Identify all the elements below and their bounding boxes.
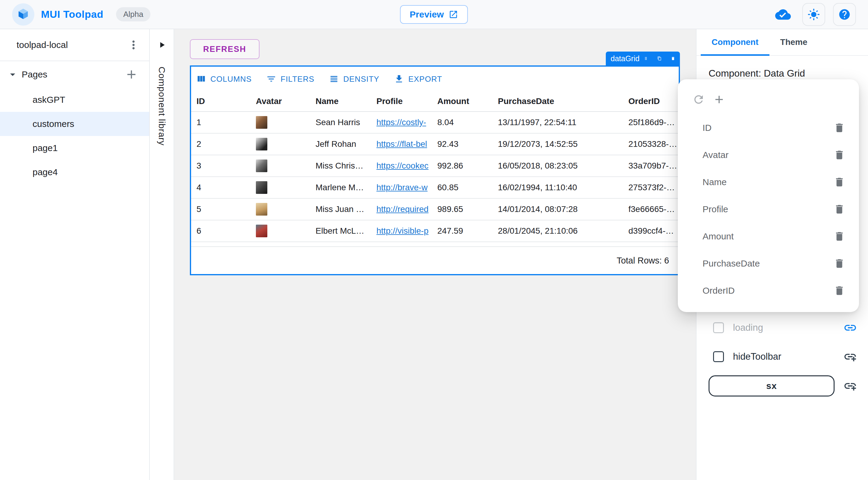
cell-amount: 989.65 [432, 199, 493, 220]
column-editor-row-name[interactable]: Name [678, 169, 859, 196]
table-row[interactable]: 3Miss Chris…https://cookec992.8616/05/20… [191, 155, 679, 177]
delete-column-icon[interactable] [834, 285, 845, 296]
table-row[interactable]: 5Miss Juan …http://required989.6514/01/2… [191, 199, 679, 220]
table-row[interactable]: 2Jeff Rohanhttps://flat-bel92.4319/12/20… [191, 133, 679, 155]
preview-button[interactable]: Preview [400, 5, 468, 24]
column-header-avatar[interactable]: Avatar [250, 91, 310, 111]
data-grid-component[interactable]: COLUMNSFILTERSDENSITYEXPORT IDAvatarName… [190, 65, 680, 275]
hide-toolbar-checkbox[interactable] [713, 351, 724, 362]
column-editor-row-orderid[interactable]: OrderID [678, 277, 859, 304]
cell-avatar [250, 155, 310, 176]
inspector-heading: Component: Data Grid [709, 68, 868, 79]
brightness-icon [807, 8, 820, 21]
column-name-label: PurchaseDate [703, 259, 760, 269]
profile-link[interactable]: http://required [376, 204, 429, 214]
delete-column-icon[interactable] [834, 231, 845, 242]
column-editor-row-avatar[interactable]: Avatar [678, 142, 859, 169]
column-header-orderid[interactable]: OrderID [623, 91, 679, 111]
column-editor-row-amount[interactable]: Amount [678, 223, 859, 250]
cell-amount: 8.04 [432, 112, 493, 133]
grid-toolbar-export-button[interactable]: EXPORT [394, 74, 442, 84]
column-editor-row-id[interactable]: ID [678, 114, 859, 142]
deploy-status-button[interactable] [772, 3, 795, 26]
alpha-badge: Alpha [116, 7, 151, 22]
column-header-id[interactable]: ID [191, 91, 250, 111]
chevron-right-icon[interactable] [157, 40, 167, 50]
add-binding-icon[interactable] [843, 350, 857, 364]
grid-toolbar-columns-button[interactable]: COLUMNS [196, 74, 252, 84]
column-header-amount[interactable]: Amount [432, 91, 493, 111]
binding-link-icon[interactable] [843, 321, 857, 335]
grid-toolbar-filters-button[interactable]: FILTERS [266, 74, 314, 84]
component-library-strip[interactable]: Component library [150, 29, 174, 480]
add-page-icon[interactable] [124, 67, 138, 82]
prop-sx: sx [709, 375, 857, 397]
cell-amount: 92.43 [432, 133, 493, 155]
add-binding-icon[interactable] [843, 379, 857, 393]
sx-button[interactable]: sx [709, 376, 835, 396]
help-button[interactable] [833, 3, 856, 26]
column-header-profile[interactable]: Profile [371, 91, 432, 111]
column-editor-row-profile[interactable]: Profile [678, 196, 859, 223]
cell-id: 6 [191, 220, 250, 241]
cell-order_id: f3e66665-… [623, 199, 679, 220]
cell-order_id: 275373f2-… [623, 177, 679, 198]
sidebar-page-page4[interactable]: page4 [0, 160, 149, 184]
duplicate-icon[interactable] [657, 54, 661, 63]
toolbar-button-label: FILTERS [281, 74, 314, 84]
page-item-label: askGPT [33, 95, 65, 105]
table-row[interactable]: 4Marlene M…http://brave-w60.8516/02/1994… [191, 177, 679, 199]
profile-link[interactable]: https://cookec [376, 161, 429, 171]
cloud-done-icon [775, 7, 791, 22]
delete-column-icon[interactable] [834, 258, 845, 269]
hide-toolbar-label: hideToolbar [733, 351, 781, 362]
column-name-label: Avatar [703, 150, 728, 160]
profile-link[interactable]: http://brave-w [376, 183, 428, 192]
refresh-columns-icon[interactable] [692, 93, 705, 106]
delete-column-icon[interactable] [834, 149, 845, 161]
loading-checkbox[interactable] [713, 322, 724, 333]
column-header-name[interactable]: Name [310, 91, 371, 111]
column-name-label: Profile [703, 204, 728, 214]
project-menu-icon[interactable] [127, 38, 140, 52]
cell-purchase_date: 28/01/2045, 21:10:06 [493, 220, 623, 241]
sidebar-page-customers[interactable]: customers [0, 112, 149, 136]
drag-indicator-icon[interactable] [644, 54, 648, 63]
avatar-image [256, 138, 267, 150]
toolbar-button-label: DENSITY [343, 74, 379, 84]
delete-column-icon[interactable] [834, 176, 845, 188]
cell-purchase_date: 16/05/2018, 08:23:05 [493, 155, 623, 176]
cell-avatar [250, 199, 310, 220]
add-column-icon[interactable] [713, 93, 725, 106]
total-rows-label: Total Rows: 6 [617, 256, 669, 266]
table-row[interactable]: 6Elbert McL…http://visible-p247.5928/01/… [191, 220, 679, 242]
refresh-button[interactable]: REFRESH [190, 39, 259, 59]
toolbar-button-label: COLUMNS [210, 74, 252, 84]
theme-mode-button[interactable] [802, 3, 825, 26]
grid-footer: Total Rows: 6 [191, 247, 679, 274]
preview-label: Preview [410, 9, 444, 20]
sidebar-page-askGPT[interactable]: askGPT [0, 88, 149, 112]
profile-link[interactable]: https://flat-bel [376, 139, 427, 149]
delete-column-icon[interactable] [834, 122, 845, 133]
grid-toolbar-density-button[interactable]: DENSITY [329, 74, 379, 84]
profile-link[interactable]: http://visible-p [376, 226, 429, 236]
tab-component[interactable]: Component [701, 29, 770, 55]
tab-theme[interactable]: Theme [770, 29, 818, 55]
toolbar-button-label: EXPORT [408, 74, 442, 84]
cell-avatar [250, 220, 310, 241]
cell-avatar [250, 133, 310, 155]
cell-name: Sean Harris [310, 112, 371, 133]
column-name-label: ID [703, 123, 712, 133]
table-row[interactable]: 1Sean Harrishttps://costly-8.0413/11/199… [191, 112, 679, 133]
sidebar-page-page1[interactable]: page1 [0, 136, 149, 160]
cell-order_id: d399ccf4-… [623, 220, 679, 241]
pages-tree-header[interactable]: Pages [0, 61, 149, 88]
delete-component-icon[interactable] [671, 54, 675, 63]
column-header-purchasedate[interactable]: PurchaseDate [493, 91, 623, 111]
delete-column-icon[interactable] [834, 204, 845, 215]
column-editor-row-purchasedate[interactable]: PurchaseDate [678, 250, 859, 277]
cell-name: Miss Chris… [310, 155, 371, 176]
profile-link[interactable]: https://costly- [376, 118, 426, 127]
cell-name: Marlene M… [310, 177, 371, 198]
